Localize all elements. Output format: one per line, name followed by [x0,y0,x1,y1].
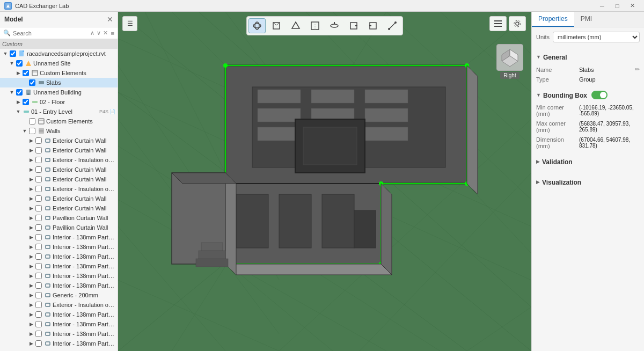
settings-panel-button[interactable] [509,16,526,31]
tree-item-wall-22[interactable]: ▶ Interior - 138mm Partition... [0,339,118,348]
checkbox-slabs[interactable] [29,79,35,86]
custom-elements-2-label: Custom Elements [46,118,115,125]
tree-item-wall-19[interactable]: ▶ Interior - 138mm Partition... [0,310,118,319]
tree-item-wall-3[interactable]: ▶ Exterior - Insulation on M... [0,155,118,165]
tree-item-slabs[interactable]: ▶ Slabs [0,78,118,87]
elements-icon-2 [38,118,45,125]
tree-item-wall-4[interactable]: ▶ Exterior Curtain Wall [0,165,118,174]
checkbox-wall-20[interactable] [35,321,42,327]
checkbox-building[interactable] [16,89,23,96]
tree-item-wall-8[interactable]: ▶ Exterior Curtain Wall [0,203,118,213]
bounding-box-toggle[interactable] [591,91,608,99]
cube-label[interactable]: Right [500,72,519,79]
tree-item-wall-7[interactable]: ▶ Exterior Curtain Wall [0,194,118,203]
checkbox-wall-18[interactable] [35,302,42,308]
tree-item-wall-17[interactable]: ▶ Generic - 200mm [0,290,118,300]
maximize-button[interactable]: □ [610,0,625,12]
close-button[interactable]: ✕ [625,0,640,12]
perspective-button[interactable] [287,18,304,33]
properties-panel-button[interactable] [489,16,507,31]
tree-item-wall-14[interactable]: ▶ Interior - 138mm Partition... [0,261,118,271]
checkbox-wall-15[interactable] [35,273,42,279]
checkbox-walls[interactable] [29,128,35,134]
tab-properties[interactable]: Properties [532,12,574,27]
model-tree[interactable]: ▼ racadvancedsampleproject.rvt ▼ Unnamed… [0,49,118,351]
cube-box[interactable] [496,44,523,71]
checkbox-wall-5[interactable] [35,176,42,182]
orbit-button[interactable] [248,18,266,33]
top-button[interactable] [326,18,343,33]
checkbox-wall-10[interactable] [35,224,42,231]
tree-item-wall-18[interactable]: ▶ Exterior - Insulation on M... [0,300,118,310]
front-button[interactable] [306,18,324,33]
search-clear-icon[interactable]: ✕ [103,30,108,36]
search-down-icon[interactable]: ∨ [97,30,101,36]
tree-item-wall-9[interactable]: ▶ Pavillion Curtain Wall [0,213,118,223]
tree-item-custom-elements-1[interactable]: ▶ Custom Elements [0,68,118,78]
checkbox-custom-elements-1[interactable] [23,70,29,76]
checkbox-wall-22[interactable] [35,340,42,347]
checkbox-wall-13[interactable] [35,253,42,260]
tree-item-wall-2[interactable]: ▶ Exterior Curtain Wall [0,145,118,155]
tab-pmi[interactable]: PMI [574,12,598,27]
search-input[interactable] [13,30,90,36]
search-filter-icon[interactable]: ≡ [111,30,114,36]
tree-item-root[interactable]: ▼ racadvancedsampleproject.rvt [0,49,118,58]
edit-name-icon[interactable]: ✏ [635,66,640,73]
svg-rect-32 [46,303,50,306]
tree-item-custom-elements-2[interactable]: ▶ Custom Elements [0,116,118,126]
tree-item-wall-5[interactable]: ▶ Exterior Curtain Wall [0,174,118,184]
tree-item-wall-13[interactable]: ▶ Interior - 138mm Partition... [0,252,118,261]
checkbox-floor02[interactable] [23,99,29,105]
checkbox-wall-17[interactable] [35,292,42,298]
tree-item-wall-11[interactable]: ▶ Interior - 138mm Partition... [0,232,118,242]
tree-item-wall-21[interactable]: ▶ Interior - 138mm Partition... [0,329,118,339]
tree-item-wall-6[interactable]: ▶ Exterior - Insulation on M... [0,184,118,194]
tree-item-wall-20[interactable]: ▶ Interior - 138mm Partition... [0,319,118,329]
general-section-header[interactable]: ▼ General [536,48,640,66]
checkbox-wall-1[interactable] [35,137,42,144]
tree-item-wall-1[interactable]: ▶ Exterior Curtain Wall [0,136,118,145]
tree-item-wall-16[interactable]: ▶ Interior - 138mm Partition... [0,281,118,290]
checkbox-wall-12[interactable] [35,244,42,250]
checkbox-wall-16[interactable] [35,282,42,289]
checkbox-custom-elements-2[interactable] [29,118,35,125]
back-button[interactable] [364,18,382,33]
validation-header[interactable]: ▶ Validation [536,152,640,171]
tree-item-walls[interactable]: ▼ Walls [0,126,118,136]
checkbox-wall-11[interactable] [35,234,42,240]
tree-item-building[interactable]: ▼ Unnamed Building [0,87,118,97]
menu-button[interactable]: ☰ [122,16,137,31]
checkbox-wall-14[interactable] [35,263,42,269]
checkbox-wall-2[interactable] [35,147,42,153]
checkbox-wall-6[interactable] [35,186,42,192]
checkbox-wall-4[interactable] [35,166,42,173]
bounding-box-header[interactable]: ▼ Bounding Box [536,86,640,104]
checkbox-site[interactable] [16,60,23,67]
tree-item-site[interactable]: ▼ Unnamed Site [0,58,118,68]
checkbox-wall-21[interactable] [35,331,42,337]
search-up-icon[interactable]: ∧ [90,30,94,36]
svg-rect-95 [258,127,301,141]
close-panel-button[interactable]: ✕ [107,15,113,24]
minimize-button[interactable]: ─ [595,0,610,12]
view-cube[interactable]: Right [494,44,526,82]
wireframe-button[interactable] [268,18,285,33]
checkbox-wall-8[interactable] [35,205,42,211]
visualization-header[interactable]: ▶ Visualization [536,173,640,191]
viewport[interactable]: ☰ [118,12,531,351]
measure-button[interactable] [384,18,401,33]
tree-item-wall-15[interactable]: ▶ Interior - 138mm Partition... [0,271,118,281]
tree-item-entry-level[interactable]: ▼ 01 - Entry Level P4S 📄 [0,107,118,116]
checkbox-wall-9[interactable] [35,215,42,221]
units-select[interactable]: millimeters (mm) [553,32,640,42]
checkbox-root[interactable] [10,50,16,57]
checkbox-wall-3[interactable] [35,157,42,163]
tree-item-wall-10[interactable]: ▶ Pavillion Curtain Wall [0,223,118,232]
svg-rect-20 [46,187,50,191]
right-button[interactable] [345,18,362,33]
checkbox-wall-19[interactable] [35,311,42,318]
tree-item-wall-12[interactable]: ▶ Interior - 138mm Partition... [0,242,118,252]
checkbox-wall-7[interactable] [35,195,42,202]
tree-item-floor02[interactable]: ▶ 02 - Floor [0,97,118,107]
